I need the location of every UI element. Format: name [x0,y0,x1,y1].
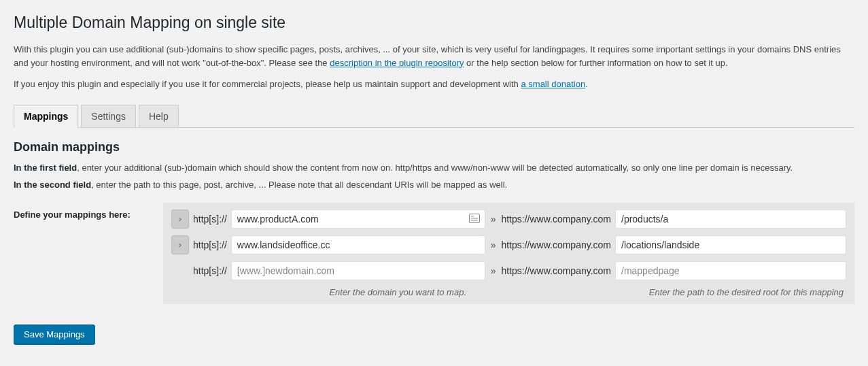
intro-text-1b: or the help section below for further in… [464,58,728,68]
intro-text-2a: If you enjoy this plugin and especially … [14,79,521,89]
protocol-label: http[s]:// [193,265,227,276]
chevron-right-icon: › [179,240,181,250]
domain-input[interactable] [231,235,485,254]
tab-mappings[interactable]: Mappings [14,105,78,128]
protocol-label: http[s]:// [193,239,227,250]
mapping-row: http[s]:// » https://www.company.com [171,261,846,280]
base-url-label: https://www.company.com [501,239,611,250]
intro-text-2b: . [585,79,588,89]
domain-input[interactable] [231,261,485,280]
intro-paragraph-1: With this plugin you can use additional … [14,43,854,69]
protocol-label: http[s]:// [193,214,227,224]
expand-toggle[interactable]: › [171,210,189,229]
path-input[interactable] [615,210,846,229]
path-input[interactable] [615,261,846,280]
instruction-1-strong: In the first field [14,163,77,173]
arrow-icon: » [489,265,498,276]
save-mappings-button[interactable]: Save Mappings [14,325,95,344]
mapping-row: › http[s]:// » https://www.company.com [171,235,846,254]
intro-paragraph-2: If you enjoy this plugin and especially … [14,78,854,91]
instruction-2-rest: , enter the path to this page, post, arc… [91,180,507,190]
arrow-icon: » [489,239,498,250]
domain-helper-text: Enter the domain you want to map. [171,287,466,297]
mappings-panel: › http[s]:// » https://www.company.com ›… [163,203,854,304]
arrow-icon: » [489,214,498,224]
tab-settings[interactable]: Settings [81,105,136,128]
tab-help[interactable]: Help [139,105,179,128]
instruction-line-2: In the second field, enter the path to t… [14,178,854,192]
expand-toggle[interactable]: › [171,235,189,254]
path-input[interactable] [615,235,846,254]
helper-row: Enter the domain you want to map. Enter … [171,287,846,297]
instruction-2-strong: In the second field [14,180,91,190]
path-helper-text: Enter the path to the desired root for t… [466,287,846,297]
instruction-line-1: In the first field, enter your additiona… [14,161,854,175]
section-heading: Domain mappings [14,140,854,154]
base-url-label: https://www.company.com [501,214,611,224]
page-title: Multiple Domain Mapping on single site [14,14,854,32]
domain-input[interactable] [231,210,485,229]
tab-bar: Mappings Settings Help [14,105,854,128]
base-url-label: https://www.company.com [501,265,611,276]
mapping-row: › http[s]:// » https://www.company.com [171,210,846,229]
repo-description-link[interactable]: description in the plugin repository [330,58,464,68]
define-mappings-label: Define your mappings here: [14,203,163,220]
donation-link[interactable]: a small donation [521,79,585,89]
instruction-1-rest: , enter your additional (sub-)domain whi… [77,163,793,173]
expand-spacer [171,261,189,280]
chevron-right-icon: › [179,214,181,224]
